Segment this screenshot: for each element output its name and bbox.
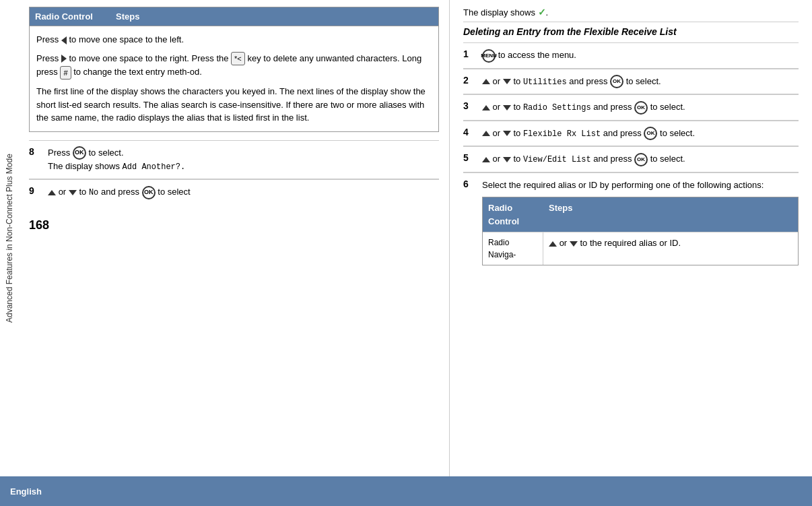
step1-text: to access the menu. [498,50,576,60]
step8-text3: The display shows [48,161,120,171]
step3-mono: Radio Settings [523,103,591,113]
table-para-2: Press to move one space to the right. Pr… [36,52,432,80]
step-1-num: 1 [463,49,477,59]
arrow-left-icon [61,36,67,44]
step-1-row: 1 MENU to access the menu. [463,42,799,68]
step-3-num: 3 [463,100,477,111]
table-para-3: The first line of the display shows the … [36,85,432,125]
step9-text4: to select [158,187,190,197]
step-1-content: MENU to access the menu. [482,49,799,63]
arrow-down-icon-9 [69,190,77,195]
arrow-down-icon-5 [503,157,511,162]
footer: English [0,476,812,506]
step-9-content: or to No and press OK to select [48,185,439,199]
step9-text3: and press [101,187,139,197]
step-4-num: 4 [463,127,477,137]
step5-mono: View/Edit List [523,155,591,164]
step-2-num: 2 [463,75,477,86]
checkmark-icon: ✓ [538,7,546,18]
arrow-up-icon-3 [482,105,490,110]
left-table-header: Radio Control Steps [30,7,438,26]
arrow-down-icon-4 [503,131,511,136]
arrow-up-icon-t6 [549,241,557,247]
step9-to: to [79,187,86,197]
right-table-6: Radio Control Steps Radio Naviga- or to … [482,197,799,265]
step-5-num: 5 [463,152,477,163]
left-table: Radio Control Steps Press to move one sp… [29,7,439,132]
footer-language: English [10,486,42,497]
step-5-row: 5 or to View/Edit List and press OK to s… [463,146,799,172]
step-6-content: Select the required alias or ID by perfo… [482,179,799,266]
step-6-row: 6 Select the required alias or ID by per… [463,172,799,272]
arrow-up-icon-2 [482,79,490,84]
step-3-row: 3 or to Radio Settings and press OK to s… [463,94,799,120]
left-column: Radio Control Steps Press to move one sp… [19,0,450,476]
arrow-up-icon-9 [48,190,56,195]
ok-button-icon-8: OK [73,146,86,160]
step-5-content: or to View/Edit List and press OK to sel… [482,152,799,166]
step-3-content: or to Radio Settings and press OK to sel… [482,100,799,115]
page-number: 168 [29,218,49,232]
arrow-down-icon-t6 [570,241,578,247]
step8-mono: Add Another?. [123,162,186,172]
ok-icon-2: OK [610,75,623,88]
left-table-body: Press to move one space to the left. Pre… [30,26,438,131]
arrow-right-icon [61,55,67,63]
section-title: Deleting an Entry from the Flexible Rece… [463,26,799,37]
main-content: Radio Control Steps Press to move one sp… [19,0,812,476]
step-6-num: 6 [463,179,477,189]
ok-icon-3: OK [634,101,648,115]
arrow-up-icon-4 [482,131,490,136]
step6-text: Select the required alias or ID by perfo… [482,180,764,190]
step-9-num: 9 [29,185,42,196]
ok-icon-4: OK [644,127,657,140]
page-number-area: 168 [29,218,439,232]
left-table-col2: Steps [110,7,438,26]
right-table-6-col1: Radio Control [483,197,543,232]
step-8-num: 8 [29,146,42,157]
arrow-down-icon-2 [503,79,511,84]
step9-or: or [59,187,67,197]
step-4-content: or to Flexible Rx List and press OK to s… [482,127,799,141]
right-table-6-header: Radio Control Steps [483,197,798,232]
right-table-6-cell-steps: or to the required alias or ID. [543,232,798,265]
step9-mono: No [89,188,98,197]
sidebar-label-text: Advanced Features in Non-Connect Plus Mo… [5,154,14,323]
t6-or: or [560,238,568,248]
step8-text2: to select. [88,148,123,158]
step-9-row: 9 or to No and press OK to select [29,179,439,205]
step-2-content: or to Utilities and press OK to select. [482,75,799,89]
step-8-content: Press OK to select. The display shows Ad… [48,146,439,174]
t6-to: to the required alias or ID. [580,238,681,248]
ok-icon-5: OK [634,153,648,166]
table-para-1: Press to move one space to the left. [36,33,432,46]
right-column: The display shows ✓. Deleting an Entry f… [450,0,812,476]
display-line: The display shows ✓. [463,7,799,22]
right-table-6-row-1: Radio Naviga- or to the required alias o… [483,232,798,265]
sidebar-label: Advanced Features in Non-Connect Plus Mo… [0,0,19,476]
page-wrapper: Advanced Features in Non-Connect Plus Mo… [0,0,812,476]
step-2-row: 2 or to Utilities and press OK to select… [463,69,799,94]
right-table-6-cell-control: Radio Naviga- [483,232,543,265]
arrow-down-icon-3 [503,105,511,110]
left-table-col1: Radio Control [30,7,110,26]
ok-button-icon-9: OK [142,186,156,199]
right-table-6-col2: Steps [543,197,798,232]
arrow-up-icon-5 [482,157,490,162]
step-8-row: 8 Press OK to select. The display shows … [29,140,439,179]
step4-mono: Flexible Rx List [523,129,601,139]
hash-key: # [60,66,71,80]
delete-key: *< [231,52,245,66]
menu-icon-1: MENU [482,49,496,63]
step2-mono: Utilities [523,77,567,87]
step-4-row: 4 or to Flexible Rx List and press OK to… [463,121,799,146]
